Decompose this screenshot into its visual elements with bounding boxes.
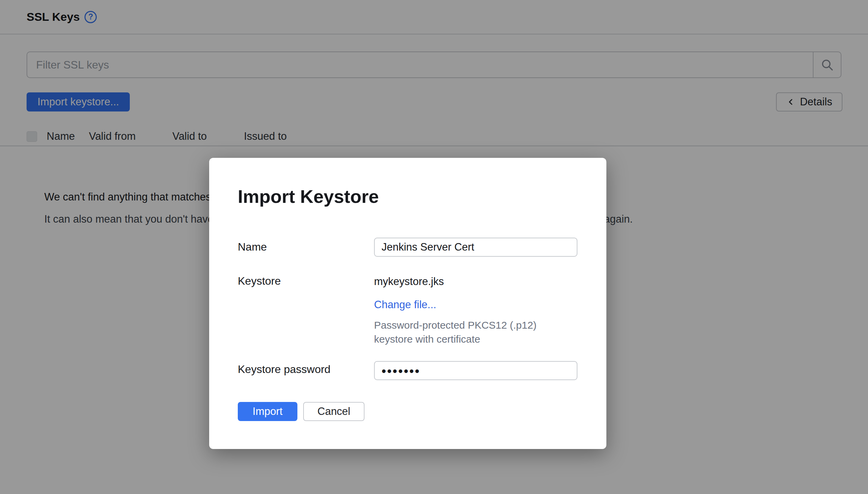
keystore-hint: Password-protected PKCS12 (.p12) keystor… — [374, 318, 560, 346]
import-button[interactable]: Import — [238, 402, 297, 421]
cancel-button[interactable]: Cancel — [303, 402, 365, 421]
keystore-filename: mykeystore.jks — [374, 275, 444, 288]
keystore-password-label: Keystore password — [238, 363, 330, 376]
import-keystore-dialog: Import Keystore Name Keystore mykeystore… — [209, 158, 606, 449]
name-label: Name — [238, 241, 267, 253]
change-file-link[interactable]: Change file... — [374, 299, 436, 311]
dialog-title: Import Keystore — [238, 186, 379, 207]
keystore-password-input[interactable] — [374, 361, 577, 380]
keystore-label: Keystore — [238, 275, 281, 287]
name-input[interactable] — [374, 238, 577, 257]
